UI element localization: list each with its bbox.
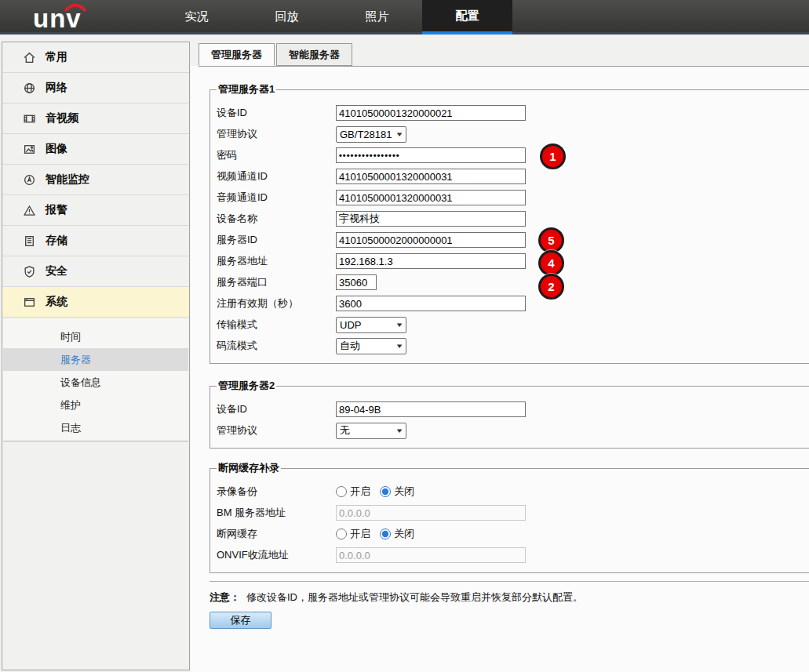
onvif-address-row: ONVIF收流地址 [217, 547, 809, 563]
audio-channel-id-row: 音频通道ID [217, 190, 809, 205]
tab-smart-server[interactable]: 智能服务器 [276, 43, 352, 66]
field-label: 传输模式 [217, 318, 336, 332]
top-bar: unv 实况 回放 照片 配置 [0, 0, 809, 35]
radio-label: 开启 [350, 485, 370, 499]
device-name-row: 设备名称 [217, 211, 809, 227]
sidebar-item-system[interactable]: 系统 [2, 287, 189, 318]
protocol-2-select[interactable]: 无 ▼ [336, 423, 406, 439]
field-label: 设备名称 [217, 212, 336, 226]
sidebar-item-image[interactable]: 图像 [2, 134, 189, 165]
tab-management-server[interactable]: 管理服务器 [199, 43, 275, 66]
field-label: 断网缓存 [217, 527, 336, 541]
sidebar-item-label: 常用 [46, 50, 67, 64]
nav-photos[interactable]: 照片 [332, 0, 422, 35]
stream-mode-select[interactable]: 自动 ▼ [336, 338, 406, 354]
globe-icon [23, 82, 37, 95]
recording-backup-off-radio[interactable] [380, 486, 391, 497]
recording-backup-on-radio[interactable] [336, 486, 347, 497]
server-address-input[interactable] [336, 253, 526, 269]
sidebar-item-network[interactable]: 网络 [2, 73, 189, 104]
submenu-item-device-info[interactable]: 设备信息 [3, 371, 188, 394]
caution-note: 注意：修改设备ID，服务器地址或管理协议可能会导致重启并恢复部分默认配置。 [210, 590, 809, 605]
transport-mode-select[interactable]: UDP ▼ [336, 317, 406, 333]
sidebar-item-label: 安全 [46, 264, 67, 278]
recording-backup-on-option[interactable]: 开启 [336, 485, 370, 499]
security-icon [23, 265, 37, 278]
system-submenu: 时间 服务器 设备信息 维护 日志 [3, 319, 188, 441]
chevron-down-icon: ▼ [395, 343, 403, 350]
protocol-row: 管理协议 GB/T28181 ▼ [217, 126, 809, 142]
server-port-input[interactable] [336, 274, 377, 290]
save-button[interactable]: 保存 [210, 612, 271, 629]
submenu-item-maintenance[interactable]: 维护 [3, 394, 188, 416]
chevron-down-icon: ▼ [395, 131, 403, 138]
home-icon [23, 51, 37, 64]
unv-logo: unv [33, 2, 143, 35]
offline-cache-section: 断网缓存补录 录像备份 开启 关闭 BM 服务器地址 断网缓存 [210, 461, 809, 573]
unv-logo-arc-icon [63, 1, 88, 15]
offline-cache-on-radio[interactable] [336, 529, 347, 539]
offline-cache-row: 断网缓存 开启 关闭 [217, 526, 809, 542]
recording-backup-radio-group: 开启 关闭 [336, 485, 424, 499]
device-name-input[interactable] [336, 211, 526, 227]
sidebar-item-common[interactable]: 常用 [2, 42, 189, 73]
register-validity-row: 注册有效期（秒） [217, 296, 809, 311]
field-label: 设备ID [217, 106, 336, 120]
audio-channel-id-input[interactable] [336, 190, 526, 205]
sidebar-item-label: 图像 [46, 142, 67, 156]
recording-backup-off-option[interactable]: 关闭 [380, 485, 414, 499]
chevron-down-icon: ▼ [395, 321, 403, 329]
offline-cache-off-option[interactable]: 关闭 [380, 527, 414, 541]
sidebar-item-alarm[interactable]: 报警 [2, 195, 189, 226]
nav-live[interactable]: 实况 [151, 0, 242, 35]
sidebar-item-smart-monitoring[interactable]: 智能监控 [2, 165, 189, 195]
annotation-badge-4: 4 [538, 250, 564, 276]
field-label: 服务器ID [217, 233, 336, 247]
video-channel-id-input[interactable] [336, 169, 526, 184]
sidebar-item-label: 网络 [46, 81, 67, 95]
device-id-row: 设备ID [217, 105, 809, 121]
sidebar: 常用 网络 音视频 图像 智能监控 报警 存储 [2, 42, 190, 670]
divider [210, 581, 809, 582]
caution-prefix: 注意： [210, 591, 240, 603]
server-id-input[interactable] [336, 232, 526, 248]
field-label: 服务器地址 [217, 254, 336, 268]
nav-playback[interactable]: 回放 [242, 0, 332, 35]
device-id-2-input[interactable] [336, 401, 526, 417]
image-icon [23, 143, 37, 156]
field-label: ONVIF收流地址 [217, 548, 336, 562]
server-port-row: 服务器端口 [217, 274, 809, 290]
protocol-select[interactable]: GB/T28181 ▼ [336, 126, 406, 143]
section-legend: 管理服务器1 [217, 82, 276, 96]
submenu-item-server[interactable]: 服务器 [3, 348, 188, 371]
submenu-item-time[interactable]: 时间 [3, 325, 188, 348]
field-label: 视频通道ID [217, 169, 336, 183]
bm-server-address-input [336, 505, 526, 521]
management-server-2-section: 管理服务器2 设备ID 管理协议 无 ▼ [210, 379, 809, 449]
radio-label: 关闭 [394, 485, 414, 499]
recording-backup-row: 录像备份 开启 关闭 [217, 484, 809, 499]
field-label: 码流模式 [217, 339, 336, 353]
field-label: 密码 [217, 148, 336, 162]
nav-setup[interactable]: 配置 [422, 0, 512, 35]
register-validity-input[interactable] [336, 296, 526, 311]
offline-cache-on-option[interactable]: 开启 [336, 527, 370, 541]
password-input[interactable] [336, 147, 526, 163]
device-id-input[interactable] [336, 105, 526, 121]
submenu-item-log[interactable]: 日志 [3, 416, 188, 439]
section-legend: 管理服务器2 [217, 379, 276, 393]
smart-monitor-icon [23, 173, 37, 187]
selected-option: 无 [340, 423, 350, 438]
content-tabstrip: 管理服务器 智能服务器 [199, 43, 809, 67]
sidebar-item-security[interactable]: 安全 [2, 256, 189, 287]
sidebar-item-storage[interactable]: 存储 [2, 226, 189, 256]
storage-icon [23, 234, 37, 248]
management-server-1-section: 管理服务器1 设备ID 管理协议 GB/T28181 ▼ 密码 视频通道ID 音… [210, 82, 809, 364]
caution-text: 修改设备ID，服务器地址或管理协议可能会导致重启并恢复部分默认配置。 [246, 591, 583, 603]
sidebar-item-audio-video[interactable]: 音视频 [2, 104, 189, 134]
field-label: 注册有效期（秒） [217, 296, 336, 311]
selected-option: 自动 [340, 339, 360, 353]
stream-mode-row: 码流模式 自动 ▼ [217, 338, 809, 354]
offline-cache-off-radio[interactable] [380, 529, 391, 539]
radio-label: 开启 [350, 527, 370, 541]
